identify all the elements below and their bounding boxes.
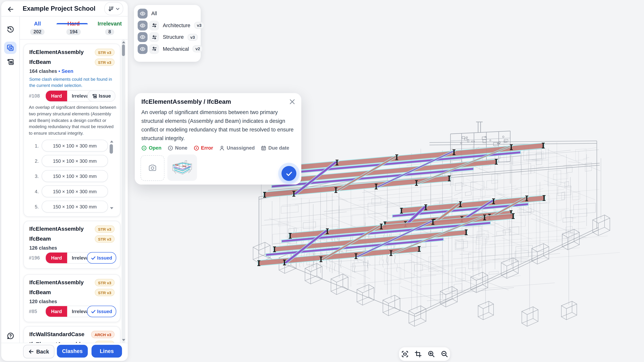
camera-icon (148, 163, 157, 172)
sidebar-header: Example Project School (1, 1, 128, 16)
clash-type-b: IfcBeam (29, 59, 51, 65)
active-tab-indicator (56, 23, 88, 24)
status-dot-icon (194, 145, 199, 151)
clash-detail-modal: IfcElementAssembly / IfcBeam An overlap … (135, 93, 301, 184)
clash-count: 164 clashes • Seen (29, 68, 73, 74)
clash-type-a: IfcElementAssembly (29, 279, 84, 286)
tab-irrelevant-count: 8 (105, 28, 114, 35)
status-unassigned[interactable]: Unassigned (219, 145, 255, 151)
eye-icon[interactable] (138, 20, 148, 30)
zoom-in-button[interactable] (426, 349, 436, 360)
seen-link[interactable]: Seen (62, 68, 74, 74)
missing-elements-warning: Some clash elements could not be found i… (29, 76, 118, 88)
clash-detection-icon[interactable] (4, 41, 16, 54)
status-dot-icon (168, 145, 173, 151)
status-dot-icon (142, 145, 147, 151)
lines-button[interactable]: Lines (92, 345, 122, 358)
clash-type-a: IfcWallStandardCase (29, 331, 84, 338)
model-visibility-panel: All Architecture v3 Structure v3 (134, 5, 201, 62)
screenshot-thumbnail[interactable] (167, 154, 197, 181)
model-badge: STR v3 (95, 279, 114, 286)
report-icon[interactable] (4, 56, 16, 68)
footer-back-button[interactable]: Back (23, 345, 54, 359)
clash-card-list: IfcElementAssembly STR v3 IfcBeam STR v3… (19, 39, 128, 343)
tab-all[interactable]: All 202 (19, 16, 56, 39)
status-none[interactable]: None (168, 145, 188, 151)
model-badge: STR v3 (95, 235, 114, 243)
add-screenshot-button[interactable] (140, 155, 164, 181)
app-window: Example Project School (0, 0, 644, 362)
clash-type-b: IfcBeam (29, 289, 51, 295)
model-badge: STR v3 (95, 58, 114, 66)
clash-type-b: IfcBeam (29, 236, 51, 242)
severity-tabs: All 202 Hard 194 Irrelevant 8 (19, 16, 128, 39)
dot-separator: • (58, 68, 62, 74)
eye-icon[interactable] (138, 32, 148, 42)
help-icon[interactable] (4, 330, 16, 342)
calendar-icon (261, 145, 266, 151)
issue-button[interactable]: Issue (87, 90, 116, 102)
swap-version-icon[interactable] (149, 32, 159, 42)
close-icon[interactable] (288, 98, 296, 106)
tab-hard-count: 194 (66, 28, 81, 35)
hard-segment[interactable]: Hard (46, 91, 67, 101)
sort-button[interactable] (104, 2, 123, 15)
clashes-button[interactable]: Clashes (57, 345, 88, 358)
crop-button[interactable] (412, 349, 423, 360)
modal-title: IfcElementAssembly / IfcBeam (142, 98, 231, 105)
clash-type-a: IfcElementAssembly (29, 226, 84, 232)
clash-card-partial[interactable]: IfcWallStandardCase ARCH v3 IfcElementAs… (24, 326, 120, 343)
model-badge: STR v3 (95, 49, 114, 56)
clash-id: #85 (29, 309, 37, 314)
clash-card-108[interactable]: IfcElementAssembly STR v3 IfcBeam STR v3… (24, 44, 120, 217)
dimension-row: 3. 150 × 100 × 300 mm (30, 170, 108, 182)
dimension-value[interactable]: 150 × 100 × 300 mm (42, 201, 108, 213)
hard-segment[interactable]: Hard (46, 253, 67, 263)
layer-row-architecture: Architecture v3 (138, 20, 204, 30)
issued-button[interactable]: Issued (87, 306, 116, 317)
scroll-icon (92, 93, 97, 99)
clash-count: 126 clashes (29, 245, 57, 251)
dimension-value[interactable]: 150 × 100 × 300 mm (42, 170, 108, 182)
project-title: Example Project School (23, 5, 96, 12)
tab-hard[interactable]: Hard 194 (56, 16, 92, 39)
confirm-check-button[interactable] (282, 166, 296, 181)
version-badge[interactable]: v2 (192, 45, 203, 52)
clash-id: #196 (29, 255, 40, 261)
eye-icon[interactable] (138, 44, 148, 54)
version-badge[interactable]: v3 (194, 22, 204, 29)
layer-row-all: All (138, 9, 157, 18)
hard-segment[interactable]: Hard (46, 306, 67, 317)
check-icon (286, 170, 292, 177)
eye-icon[interactable] (138, 9, 148, 18)
layer-row-mechanical: Mechanical v2 (138, 44, 203, 54)
chevron-down-icon (115, 6, 120, 11)
clash-card-196[interactable]: IfcElementAssembly STR v3 IfcBeam STR v3… (24, 221, 120, 269)
dimension-value[interactable]: 150 × 100 × 300 mm (42, 155, 108, 167)
sidebar-footer: Back Clashes Lines (1, 343, 128, 361)
swap-version-icon[interactable] (149, 44, 159, 54)
dimension-value[interactable]: 150 × 100 × 300 mm (42, 140, 108, 152)
history-icon[interactable] (4, 23, 16, 35)
clash-type-a: IfcElementAssembly (29, 49, 84, 55)
status-error[interactable]: Error (194, 145, 213, 151)
clash-card-85[interactable]: IfcElementAssembly STR v3 IfcBeam STR v3… (24, 274, 120, 322)
issued-button[interactable]: Issued (87, 252, 116, 264)
model-badge: ARCH v3 (91, 331, 114, 338)
status-due-date[interactable]: Due date (261, 145, 289, 151)
icon-rail (1, 16, 20, 361)
fit-to-screen-button[interactable] (400, 349, 410, 360)
tab-irrelevant[interactable]: Irrelevant 8 (92, 16, 128, 39)
back-arrow-button[interactable] (6, 4, 15, 14)
version-badge[interactable]: v3 (188, 33, 198, 40)
arrow-left-icon (28, 349, 34, 354)
status-open[interactable]: Open (142, 145, 162, 151)
modal-status-row: Open None Error Unassigned Due date (142, 145, 289, 151)
check-icon (91, 309, 96, 314)
dimension-row: 2. 150 × 100 × 300 mm (30, 155, 108, 167)
clash-description: An overlap of significant dimensions bet… (29, 104, 117, 137)
viewport-toolbar (399, 347, 450, 361)
dimension-value[interactable]: 150 × 100 × 300 mm (42, 185, 108, 197)
swap-version-icon[interactable] (149, 20, 159, 30)
zoom-out-button[interactable] (439, 349, 450, 360)
